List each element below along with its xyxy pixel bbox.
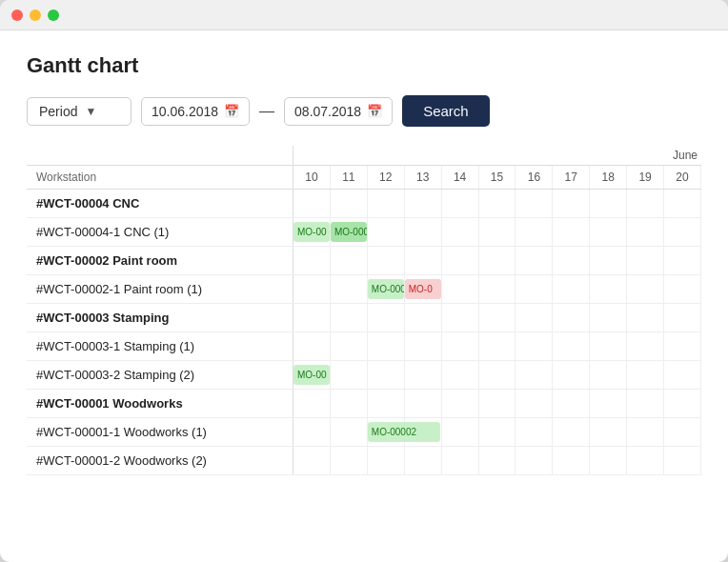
day-cell [368, 218, 405, 246]
gantt-row: #WCT-00001 Woodworks [27, 390, 701, 418]
day-cell [368, 447, 405, 474]
row-label: #WCT-00002-1 Paint room (1) [27, 275, 293, 303]
day-cell [664, 247, 701, 274]
close-dot[interactable] [11, 10, 23, 21]
day-cell [627, 190, 664, 217]
day-cell [664, 390, 701, 417]
day-cell [479, 190, 516, 217]
gantt-header: June Workstation 1011121314151617181920 [27, 146, 701, 190]
date-to-field[interactable]: 08.07.2018 📅 [284, 97, 393, 126]
row-label: #WCT-00003 Stamping [27, 304, 293, 331]
day-cell [627, 390, 664, 417]
day-cell [368, 304, 405, 331]
day-cell [442, 390, 479, 417]
day-cell [479, 218, 516, 246]
day-cell [553, 447, 590, 474]
maximize-dot[interactable] [48, 10, 59, 21]
day-cell [331, 190, 368, 217]
day-cell [405, 332, 442, 360]
days-cells: 1011121314151617181920 [293, 166, 701, 189]
day-cell [442, 361, 479, 389]
day-cell [405, 447, 442, 474]
day-cell: MO-0000 [331, 218, 368, 246]
day-cell [553, 218, 590, 246]
day-cell [627, 304, 664, 331]
gantt-bar[interactable]: MO-00002 [368, 422, 440, 442]
day-num-cell: 10 [293, 166, 331, 189]
gantt-bar[interactable]: MO-00 [293, 365, 330, 385]
chevron-down-icon: ▼ [85, 105, 96, 118]
calendar-icon-2: 📅 [367, 104, 382, 118]
day-cell [627, 418, 664, 446]
day-cell [442, 247, 479, 274]
day-cell [442, 218, 479, 246]
day-cell [331, 275, 368, 303]
day-cell [516, 332, 553, 360]
day-cell [590, 247, 627, 274]
gantt-row: #WCT-00004 CNC [27, 190, 701, 218]
day-cell [516, 361, 553, 389]
day-cell [331, 304, 368, 331]
day-cell [516, 390, 553, 417]
day-cell [516, 275, 553, 303]
day-num-cell: 14 [442, 166, 479, 189]
day-cell [293, 418, 331, 446]
row-days: MO-00002 [293, 418, 701, 446]
search-button[interactable]: Search [402, 95, 490, 127]
day-cell [664, 218, 701, 246]
days-row: Workstation 1011121314151617181920 [27, 166, 701, 190]
gantt-bar[interactable]: MO-0000 [331, 222, 367, 242]
day-cell [664, 332, 701, 360]
day-cell [627, 218, 664, 246]
day-cell [590, 418, 627, 446]
day-cell [293, 247, 331, 274]
row-label: #WCT-00004 CNC [27, 190, 293, 217]
minimize-dot[interactable] [30, 10, 41, 21]
day-num-cell: 19 [627, 166, 664, 189]
titlebar [0, 0, 728, 30]
date-separator: — [259, 103, 274, 120]
gantt-bar[interactable]: MO-0 [405, 279, 441, 299]
gantt-row: #WCT-00001-1 Woodworks (1)MO-00002 [27, 418, 701, 447]
day-cell [553, 275, 590, 303]
day-cell [590, 332, 627, 360]
day-cell [479, 247, 516, 274]
row-days [293, 390, 701, 417]
day-cell [479, 304, 516, 331]
day-cell [479, 332, 516, 360]
gantt-row: #WCT-00003-2 Stamping (2)MO-00 [27, 361, 701, 390]
gantt-row: #WCT-00003 Stamping [27, 304, 701, 332]
day-num-cell: 15 [479, 166, 516, 189]
date-to-value: 08.07.2018 [294, 104, 361, 119]
day-cell [516, 247, 553, 274]
day-cell [293, 332, 331, 360]
gantt-bar[interactable]: MO-0000 [368, 279, 404, 299]
day-cell [442, 190, 479, 217]
row-label: #WCT-00001-1 Woodworks (1) [27, 418, 293, 446]
date-from-field[interactable]: 10.06.2018 📅 [141, 97, 250, 126]
row-days [293, 447, 701, 474]
calendar-icon: 📅 [224, 104, 239, 118]
day-cell: MO-0 [405, 275, 442, 303]
day-cell [553, 390, 590, 417]
day-cell [627, 361, 664, 389]
day-cell [405, 361, 442, 389]
gantt-bar[interactable]: MO-00 [293, 222, 330, 242]
day-cell [664, 304, 701, 331]
day-cell [331, 418, 368, 446]
day-cell [293, 390, 331, 417]
row-label: #WCT-00001 Woodworks [27, 390, 293, 417]
month-spacer [27, 146, 293, 165]
gantt-row: #WCT-00003-1 Stamping (1) [27, 332, 701, 361]
toolbar: Period ▼ 10.06.2018 📅 — 08.07.2018 📅 Sea… [27, 95, 701, 127]
day-cell [293, 190, 331, 217]
day-cell [516, 218, 553, 246]
period-dropdown[interactable]: Period ▼ [27, 97, 131, 126]
day-cell [590, 447, 627, 474]
day-cell [405, 218, 442, 246]
day-cell [405, 247, 442, 274]
day-cell: MO-00 [293, 361, 331, 389]
day-cell [331, 390, 368, 417]
day-cell [627, 447, 664, 474]
day-cell: MO-0000 [368, 275, 405, 303]
